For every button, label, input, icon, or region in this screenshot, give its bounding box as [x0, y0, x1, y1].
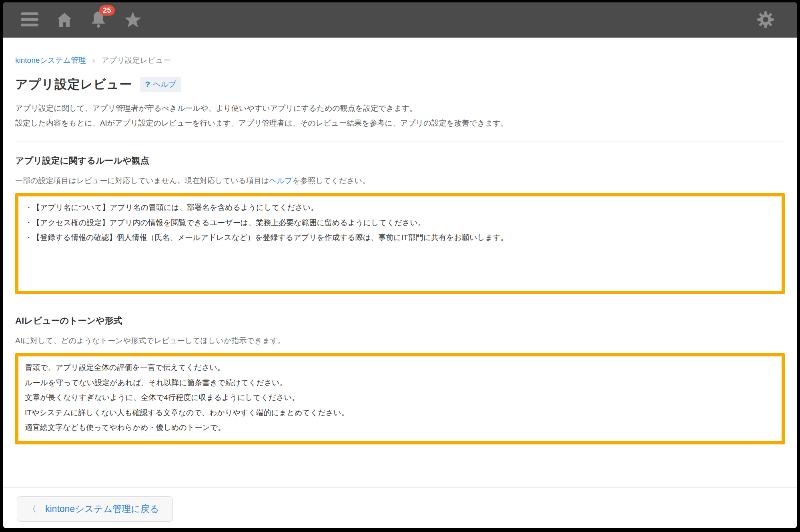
- page-title: アプリ設定レビュー: [15, 76, 132, 93]
- gear-icon: [757, 11, 774, 30]
- home-button[interactable]: [47, 2, 82, 38]
- notifications-button[interactable]: 25: [82, 2, 115, 38]
- section-divider: [15, 142, 785, 142]
- title-row: アプリ設定レビュー ? ヘルプ: [15, 76, 785, 93]
- tone-textarea[interactable]: 冒頭で、アプリ設定全体の評価を一言で伝えてください。 ルールを守ってない設定があ…: [15, 353, 785, 444]
- page-description-line2: 設定した内容をもとに、AIがアプリ設定のレビューを行います。アプリ管理者は、その…: [15, 116, 785, 130]
- page-description: アプリ設定に関して、アプリ管理者が守るべきルールや、より使いやすいアプリにするた…: [15, 101, 785, 130]
- back-to-system-admin-button[interactable]: 〈 kintoneシステム管理に戻る: [17, 496, 173, 522]
- settings-button[interactable]: [748, 2, 783, 38]
- rules-note-help-link[interactable]: ヘルプ: [269, 176, 293, 185]
- rules-section-heading: アプリ設定に関するルールや観点: [15, 155, 785, 167]
- breadcrumb-link-system-admin[interactable]: kintoneシステム管理: [15, 55, 86, 66]
- rules-section: アプリ設定に関するルールや観点 一部の設定項目はレビューに対応していません。現在…: [15, 155, 785, 294]
- rules-textarea[interactable]: ・【アプリ名について】アプリ名の冒頭には、部署名を含めるようにしてください。 ・…: [15, 193, 785, 294]
- help-link[interactable]: ? ヘルプ: [140, 77, 181, 92]
- question-mark-icon: ?: [145, 80, 150, 89]
- breadcrumb-separator-icon: ›: [92, 56, 95, 65]
- favorites-button[interactable]: [115, 2, 150, 38]
- notification-count-badge: 25: [99, 5, 115, 16]
- app-window: 25: [3, 2, 797, 528]
- chevron-left-icon: 〈: [28, 503, 36, 515]
- tone-section-heading: AIレビューのトーンや形式: [15, 315, 785, 327]
- rules-section-note: 一部の設定項目はレビューに対応していません。現在対応している項目はヘルプを参照し…: [15, 176, 785, 186]
- rules-note-text-after: を参照してください。: [293, 176, 370, 185]
- top-navigation-bar: 25: [3, 2, 797, 38]
- footer: 〈 kintoneシステム管理に戻る: [3, 487, 797, 528]
- star-icon: [124, 11, 142, 29]
- page-description-line1: アプリ設定に関して、アプリ管理者が守るべきルールや、より使いやすいアプリにするた…: [15, 101, 785, 116]
- tone-section-description: AIに対して、どのようなトーンや形式でレビューしてほしいか指示できます。: [15, 336, 785, 346]
- home-icon: [56, 12, 73, 29]
- help-link-label: ヘルプ: [153, 79, 176, 90]
- hamburger-menu-icon: [21, 12, 38, 28]
- hamburger-menu-button[interactable]: [12, 2, 47, 38]
- tone-section: AIレビューのトーンや形式 AIに対して、どのようなトーンや形式でレビューしてほ…: [15, 315, 785, 444]
- back-button-label: kintoneシステム管理に戻る: [45, 503, 159, 515]
- breadcrumb-current: アプリ設定レビュー: [101, 55, 171, 66]
- main-content: kintoneシステム管理 › アプリ設定レビュー アプリ設定レビュー ? ヘル…: [3, 38, 797, 487]
- breadcrumb: kintoneシステム管理 › アプリ設定レビュー: [15, 55, 785, 66]
- rules-note-text-before: 一部の設定項目はレビューに対応していません。現在対応している項目は: [15, 176, 269, 185]
